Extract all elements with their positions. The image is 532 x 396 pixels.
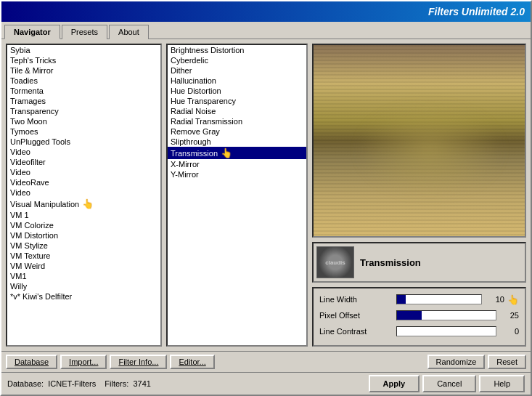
preview-blur [356,102,504,198]
cancel-button[interactable]: Cancel [422,375,476,392]
list-item[interactable]: VM 1 [7,210,160,220]
filter-panel: Brightness DistortionCyberdelicDitherHal… [166,44,308,347]
filter-list-item[interactable]: Transmission👆 [168,147,306,159]
param-row: Line Contrast0 [319,325,519,338]
tab-about[interactable]: About [109,25,149,39]
list-item[interactable]: VM Stylize [7,241,160,251]
filter-list-item[interactable]: Slipthrough [168,137,306,147]
param-row: Pixel Offset25 [319,309,519,322]
list-item[interactable]: VM Weird [7,261,160,271]
filter-list-item[interactable]: Cyberdelic [168,55,306,65]
editor-button[interactable]: Editor... [170,355,214,369]
list-item[interactable]: Video [7,167,160,177]
main-window: Filters Unlimited 2.0 Navigator Presets … [0,0,532,396]
list-item[interactable]: Visual Manipulation👆 [7,198,160,210]
filter-list-item[interactable]: Brightness Distortion [168,45,306,55]
list-item[interactable]: Two Moon [7,116,160,126]
param-row: Line Width10👆 [319,293,519,306]
database-button[interactable]: Database [6,355,57,369]
right-panel: claudis Transmission Line Width10👆Pixel … [312,44,526,347]
filter-list-item[interactable]: Y-Mirror [168,169,306,179]
list-item[interactable]: VM Texture [7,251,160,261]
list-item[interactable]: VideoRave [7,177,160,187]
filter-info-panel: claudis Transmission [312,242,526,283]
tabs-bar: Navigator Presets About [1,22,531,39]
list-item[interactable]: Teph's Tricks [7,55,160,65]
param-slider[interactable] [396,310,496,320]
list-item[interactable]: VM1 [7,271,160,281]
filter-list-item[interactable]: Radial Noise [168,106,306,116]
filter-name-display: Transmission [360,257,421,268]
import-button[interactable]: Import... [60,355,107,369]
param-value: 10 [486,295,504,304]
category-list[interactable]: SybiaTeph's TricksTile & MirrorToadiesTo… [7,45,160,345]
list-item[interactable]: Video [7,147,160,157]
tab-presets[interactable]: Presets [62,25,107,39]
bottom-toolbar: Database Import... Filter Info... Editor… [1,351,531,372]
help-button[interactable]: Help [479,375,525,392]
filter-list-item[interactable]: Radial Transmission [168,116,306,126]
filter-list-item[interactable]: Hue Distortion [168,86,306,96]
param-label: Line Width [319,295,392,304]
list-item[interactable]: Tile & Mirror [7,65,160,76]
list-item[interactable]: VM Colorize [7,220,160,230]
apply-button[interactable]: Apply [369,375,420,392]
filter-info-button[interactable]: Filter Info... [110,355,167,369]
filter-list-item[interactable]: X-Mirror [168,159,306,169]
list-item[interactable]: Tramages [7,96,160,106]
list-item[interactable]: Sybia [7,45,160,55]
params-panel: Line Width10👆Pixel Offset25Line Contrast… [312,287,526,347]
plugin-logo: claudis [316,246,354,278]
list-item[interactable]: Tymoes [7,126,160,137]
list-item[interactable]: *v* Kiwi's Delfilter [7,291,160,302]
list-item[interactable]: Toadies [7,76,160,86]
list-item[interactable]: Tormenta [7,86,160,96]
app-title: Filters Unlimited 2.0 [428,6,525,17]
filters-label: Filters: 3741 [105,379,151,388]
param-value: 0 [501,327,519,336]
database-label: Database: ICNET-Filters [7,379,96,388]
filter-list[interactable]: Brightness DistortionCyberdelicDitherHal… [168,45,306,345]
filter-list-item[interactable]: Remove Gray [168,126,306,137]
filter-list-item[interactable]: Dither [168,65,306,76]
filter-list-item[interactable]: Hallucination [168,76,306,86]
param-slider[interactable] [396,326,496,336]
list-item[interactable]: Videofilter [7,157,160,167]
category-panel: SybiaTeph's TricksTile & MirrorToadiesTo… [6,44,162,347]
randomize-button[interactable]: Randomize [427,355,486,369]
preview-area [312,44,526,238]
main-content: SybiaTeph's TricksTile & MirrorToadiesTo… [1,39,531,351]
param-label: Line Contrast [319,327,392,336]
param-label: Pixel Offset [319,311,392,320]
filter-list-item[interactable]: Hue Transparency [168,96,306,106]
list-item[interactable]: Transparency [7,106,160,116]
tab-navigator[interactable]: Navigator [4,25,60,39]
list-item[interactable]: Willy [7,281,160,291]
bottom-bar: Database: ICNET-Filters Filters: 3741 Ap… [1,372,531,395]
reset-button[interactable]: Reset [488,355,526,369]
list-item[interactable]: Video [7,187,160,198]
param-slider[interactable] [396,294,482,304]
title-bar: Filters Unlimited 2.0 [1,1,531,22]
list-item[interactable]: UnPlugged Tools [7,137,160,147]
param-value: 25 [501,311,519,320]
list-item[interactable]: VM Distortion [7,230,160,241]
